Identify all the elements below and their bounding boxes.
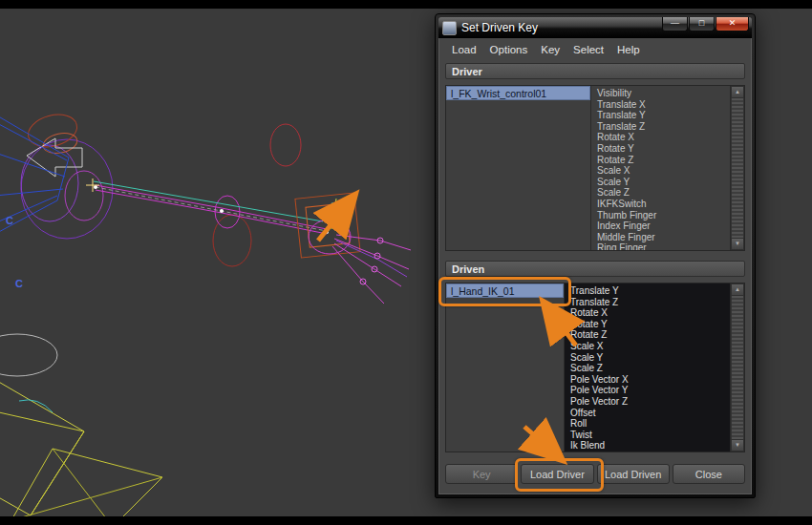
driver-attribute-item[interactable]: Translate X: [597, 99, 730, 111]
title-bar[interactable]: Set Driven Key — □ ✕: [438, 17, 752, 38]
window-controls: — □ ✕: [662, 17, 749, 32]
menu-bar: LoadOptionsKeySelectHelp: [445, 42, 745, 61]
driven-scroll-track[interactable]: [731, 296, 744, 439]
close-button[interactable]: ✕: [716, 17, 749, 32]
window-icon: [442, 21, 457, 35]
close-dialog-button[interactable]: Close: [673, 464, 745, 484]
driver-attribute-item[interactable]: Thumb Finger: [597, 210, 730, 221]
driver-scrollbar[interactable]: ▲ ▼: [730, 86, 744, 250]
driven-attribute-list: Translate YTranslate ZRotate XRotate YRo…: [565, 284, 730, 452]
driven-section-label: Driven: [452, 263, 484, 275]
viewport-label-c1: C: [6, 215, 13, 226]
driver-list: l_FK_Wrist_control01 VisibilityTranslate…: [445, 85, 745, 251]
driver-attribute-item[interactable]: Visibility: [597, 88, 730, 99]
driver-attribute-item[interactable]: Rotate Y: [597, 143, 730, 155]
driven-attribute-item[interactable]: Pole Vector Z: [570, 396, 730, 408]
driven-attribute-item[interactable]: Pole Vector X: [570, 374, 730, 386]
minimize-button[interactable]: —: [662, 17, 688, 32]
dialog-body: LoadOptionsKeySelectHelp Driver l_FK_Wri…: [438, 38, 752, 494]
driven-object-item[interactable]: l_Hand_IK_01: [446, 284, 564, 298]
scroll-up-icon[interactable]: ▲: [731, 284, 744, 296]
menu-item[interactable]: Options: [483, 44, 535, 57]
load-driven-button[interactable]: Load Driven: [597, 464, 670, 484]
driver-attribute-item[interactable]: Translate Z: [597, 121, 730, 133]
driver-attribute-item[interactable]: Scale X: [597, 165, 730, 177]
menu-item[interactable]: Key: [534, 44, 566, 57]
letterbox-bottom: [0, 516, 812, 525]
driver-scroll-track[interactable]: [731, 98, 744, 238]
maximize-button[interactable]: □: [689, 17, 715, 32]
wireframe-rig: C C: [0, 110, 411, 525]
screen: C C Set Driven Key — □ ✕ LoadOptionsKeyS…: [0, 0, 812, 525]
window-title: Set Driven Key: [461, 21, 662, 34]
driver-section-header: Driver: [445, 63, 745, 79]
driver-attribute-item[interactable]: Scale Y: [597, 177, 730, 188]
driver-attribute-item[interactable]: Scale Z: [597, 187, 730, 199]
driver-attribute-item[interactable]: Rotate Z: [597, 155, 730, 166]
driven-attribute-item[interactable]: Scale X: [570, 341, 730, 352]
scroll-down-icon[interactable]: ▼: [731, 439, 744, 452]
driven-attribute-item[interactable]: Rotate Z: [570, 329, 730, 341]
driven-scrollbar[interactable]: ▲ ▼: [730, 284, 744, 452]
scroll-down-icon[interactable]: ▼: [731, 238, 744, 250]
driven-attribute-item[interactable]: Rotate Y: [570, 319, 730, 330]
driver-attribute-item[interactable]: Rotate X: [597, 132, 730, 143]
driver-attribute-item[interactable]: Translate Y: [597, 110, 730, 121]
driven-attribute-item[interactable]: Ik Blend: [570, 440, 730, 452]
driven-attribute-item[interactable]: Scale Y: [570, 352, 730, 364]
driven-list: l_Hand_IK_01 Translate YTranslate ZRotat…: [445, 283, 745, 452]
driver-attribute-item[interactable]: Index Finger: [597, 220, 730, 232]
menu-item[interactable]: Load: [445, 44, 483, 57]
driver-object-item[interactable]: l_FK_Wrist_control01: [446, 86, 590, 100]
footer-buttons: Key Load Driver Load Driven Close: [445, 464, 745, 484]
driven-object-list: l_Hand_IK_01: [446, 284, 565, 452]
menu-item[interactable]: Help: [610, 44, 647, 57]
menu-item[interactable]: Select: [566, 44, 610, 57]
key-button[interactable]: Key: [445, 464, 518, 484]
driven-attribute-item[interactable]: Translate Z: [570, 297, 730, 308]
driver-section-label: Driver: [452, 66, 482, 77]
load-driver-button[interactable]: Load Driver: [521, 464, 593, 484]
driver-object-list: l_FK_Wrist_control01: [446, 86, 591, 250]
scroll-up-icon[interactable]: ▲: [731, 86, 744, 98]
driven-attribute-item[interactable]: Twist: [570, 430, 730, 441]
driver-attribute-item[interactable]: Middle Finger: [597, 232, 730, 243]
driven-attribute-item[interactable]: Offset: [570, 408, 730, 419]
driven-attribute-item[interactable]: Rotate X: [570, 307, 730, 319]
driver-attribute-list: VisibilityTranslate XTranslate YTranslat…: [591, 86, 730, 250]
driven-attribute-item[interactable]: Translate Y: [570, 285, 730, 297]
driven-section-header: Driven: [445, 261, 745, 277]
driven-attribute-item[interactable]: Roll: [570, 418, 730, 430]
driver-attribute-item[interactable]: Ring Finger: [597, 242, 730, 250]
driven-attribute-item[interactable]: Pole Vector Y: [570, 385, 730, 396]
viewport-label-c2: C: [15, 278, 23, 289]
driven-attribute-item[interactable]: Scale Z: [570, 363, 730, 374]
letterbox-top: [0, 0, 812, 9]
driver-attribute-item[interactable]: IKFKSwitch: [597, 199, 730, 210]
set-driven-key-window: Set Driven Key — □ ✕ LoadOptionsKeySelec…: [435, 13, 756, 498]
